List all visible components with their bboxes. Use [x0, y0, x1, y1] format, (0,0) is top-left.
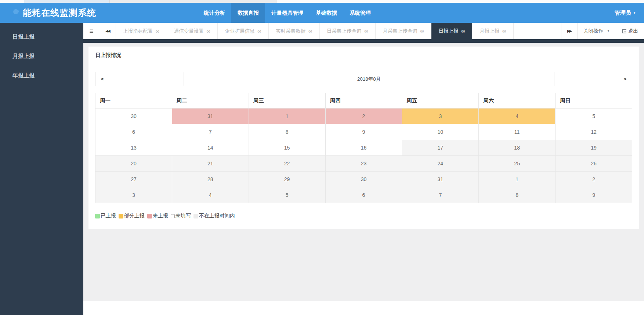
scroll-tabs-left-button[interactable]: ◀◀	[100, 23, 116, 39]
legend-item: 不在上报时间内	[193, 213, 235, 219]
calendar-day-cell[interactable]: 27	[95, 172, 172, 187]
calendar-day-cell[interactable]: 8	[479, 187, 556, 203]
hamburger-icon: ≡	[89, 27, 93, 35]
calendar-day-cell[interactable]: 15	[249, 140, 325, 156]
calendar-day-cell[interactable]: 9	[325, 124, 402, 140]
nav-item[interactable]: 数据直报	[231, 3, 265, 23]
calendar-day-cell[interactable]: 3	[95, 187, 172, 203]
legend-item: 部分上报	[119, 213, 145, 219]
user-menu[interactable]: 管理员▼	[615, 3, 636, 23]
calendar-day-cell[interactable]: 20	[95, 156, 172, 172]
close-operations-dropdown[interactable]: 关闭操作▼	[577, 23, 616, 39]
tab[interactable]: 日采集上传查询⊗	[319, 23, 375, 39]
calendar-day-cell[interactable]: 25	[479, 156, 556, 172]
app-title: 能耗在线监测系统	[23, 3, 96, 23]
calendar-week-row: 272829303112	[95, 172, 632, 187]
app-logo-icon	[12, 8, 19, 15]
next-month-button[interactable]: >	[554, 72, 632, 86]
tab[interactable]: 上报指标配置⊗	[116, 23, 167, 39]
scroll-tabs-right-button[interactable]: ▶▶	[561, 23, 577, 39]
tab-close-icon[interactable]: ⊗	[155, 28, 160, 34]
tab[interactable]: 日报上报⊗	[431, 23, 472, 39]
nav-item[interactable]: 统计分析	[198, 3, 231, 23]
sidebar-toggle-button[interactable]: ≡	[83, 23, 100, 39]
daily-report-panel: 日上报情况 < 2018年8月 > 周一周二周三周四周五周六周日 3031123…	[88, 47, 639, 229]
calendar-day-cell[interactable]: 19	[556, 140, 632, 156]
current-month-label: 2018年8月	[184, 72, 554, 86]
calendar-day-cell[interactable]: 12	[556, 124, 632, 140]
tab-close-icon[interactable]: ⊗	[364, 28, 368, 34]
weekday-header: 周五	[402, 93, 479, 109]
tab-label: 月采集上传查询	[383, 28, 417, 34]
calendar-day-cell[interactable]: 31	[402, 172, 479, 187]
calendar-day-cell[interactable]: 9	[556, 187, 632, 203]
calendar-day-cell[interactable]: 7	[172, 124, 249, 140]
tab[interactable]: 通信变量设置⊗	[167, 23, 218, 39]
calendar-day-cell[interactable]: 3	[402, 109, 479, 124]
calendar-day-cell[interactable]: 18	[479, 140, 556, 156]
calendar-day-cell[interactable]: 4	[479, 109, 556, 124]
calendar-day-cell[interactable]: 24	[402, 156, 479, 172]
calendar-day-cell[interactable]: 2	[556, 172, 632, 187]
calendar-day-cell[interactable]: 6	[95, 124, 172, 140]
calendar-day-cell[interactable]: 22	[249, 156, 325, 172]
calendar-day-cell[interactable]: 5	[556, 109, 632, 124]
sidebar-menu: 日报上报月报上报年报上报	[0, 23, 83, 85]
top-navbar: 能耗在线监测系统 统计分析数据直报计量器具管理基础数据系统管理 管理员▼	[0, 3, 644, 23]
sidebar-item[interactable]: 日报上报	[0, 27, 83, 46]
prev-month-button[interactable]: <	[95, 72, 184, 86]
calendar-day-cell[interactable]: 23	[325, 156, 402, 172]
legend-color-swatch	[95, 214, 100, 218]
tab[interactable]: 月报上报⊗	[472, 23, 513, 39]
legend-item: 已上报	[95, 213, 116, 219]
tab[interactable]: 月采集上传查询⊗	[375, 23, 431, 39]
exit-button[interactable]: 退出	[616, 23, 644, 39]
calendar-day-cell[interactable]: 6	[325, 187, 402, 203]
calendar-day-cell[interactable]: 8	[249, 124, 325, 140]
tab-close-icon[interactable]: ⊗	[461, 28, 465, 34]
tab-close-icon[interactable]: ⊗	[257, 28, 261, 34]
calendar-day-cell[interactable]: 28	[172, 172, 249, 187]
tab-close-icon[interactable]: ⊗	[206, 28, 211, 34]
sidebar-item[interactable]: 年报上报	[0, 66, 83, 85]
tab-close-icon[interactable]: ⊗	[308, 28, 312, 34]
calendar-day-cell[interactable]: 1	[479, 172, 556, 187]
calendar-day-cell[interactable]: 1	[249, 109, 325, 124]
calendar-day-cell[interactable]: 2	[325, 109, 402, 124]
calendar-day-cell[interactable]: 21	[172, 156, 249, 172]
calendar-day-cell[interactable]: 10	[402, 124, 479, 140]
calendar-day-cell[interactable]: 26	[556, 156, 632, 172]
calendar-day-cell[interactable]: 4	[172, 187, 249, 203]
nav-item[interactable]: 系统管理	[343, 3, 377, 23]
legend-color-swatch	[119, 214, 123, 218]
tab-close-icon[interactable]: ⊗	[420, 28, 424, 34]
chevron-down-icon: ▼	[607, 29, 610, 33]
calendar-day-cell[interactable]: 30	[325, 172, 402, 187]
calendar-day-cell[interactable]: 5	[249, 187, 325, 203]
calendar-day-cell[interactable]: 31	[172, 109, 249, 124]
chevron-down-icon: ▼	[633, 3, 636, 23]
calendar-day-cell[interactable]: 7	[402, 187, 479, 203]
calendar-day-cell[interactable]: 14	[172, 140, 249, 156]
tab-label: 日采集上传查询	[327, 28, 362, 34]
calendar-day-cell[interactable]: 11	[479, 124, 556, 140]
calendar-day-cell[interactable]: 30	[95, 109, 172, 124]
exit-label: 退出	[628, 28, 638, 34]
calendar-day-cell[interactable]: 16	[325, 140, 402, 156]
tab-close-icon[interactable]: ⊗	[502, 28, 506, 34]
nav-item[interactable]: 基础数据	[310, 3, 343, 23]
calendar-day-cell[interactable]: 13	[95, 140, 172, 156]
calendar-week-row: 13141516171819	[95, 140, 632, 156]
legend-label: 部分上报	[124, 213, 145, 219]
tab[interactable]: 企业扩展信息⊗	[217, 23, 268, 39]
legend-item: 未上报	[147, 213, 168, 219]
tab-label: 实时采集数据	[276, 28, 305, 34]
top-edge-strip	[0, 0, 644, 3]
legend-color-swatch	[171, 214, 175, 218]
calendar-day-cell[interactable]: 29	[249, 172, 325, 187]
calendar-day-cell[interactable]: 17	[402, 140, 479, 156]
sidebar-item[interactable]: 月报上报	[0, 46, 83, 66]
nav-item[interactable]: 计量器具管理	[265, 3, 310, 23]
calendar-week-row: 6789101112	[95, 124, 632, 140]
tab[interactable]: 实时采集数据⊗	[268, 23, 319, 39]
